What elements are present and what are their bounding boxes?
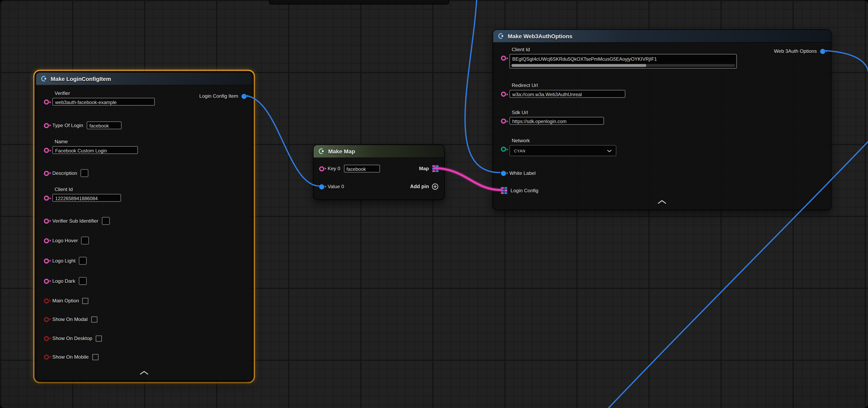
pin-client-id-input[interactable] [501, 56, 506, 61]
node-make-web3authoptions[interactable]: Make Web3AuthOptions Web 3Auth Options C… [493, 29, 831, 210]
field-sdk-url: Sdk Url https://sdk.openlogin.com [501, 109, 604, 125]
pin-client-id-input[interactable] [44, 196, 49, 201]
field-show-on-mobile: Show On Mobile [44, 352, 98, 361]
make-map-icon [318, 148, 325, 155]
logo-dark-text-input[interactable] [79, 277, 87, 285]
field-show-on-desktop: Show On Desktop [44, 334, 102, 343]
pin-white-label-input[interactable] [501, 171, 506, 176]
pin-key0-input[interactable] [319, 166, 324, 171]
pin-login-config-item-output[interactable] [242, 94, 247, 99]
pin-logo-hover-input[interactable] [44, 238, 49, 243]
pin-verifier-sub-identifier-input[interactable] [44, 218, 49, 224]
horizontal-scrollbar[interactable] [511, 64, 735, 67]
wire-map-to-loginconfig-glow [435, 168, 501, 190]
pin-network-input[interactable] [501, 147, 506, 152]
verifier-text-input[interactable]: web3auth-facebook-example [52, 98, 155, 106]
client-id-text-input[interactable]: 1222658941886084 [52, 194, 121, 202]
node-header-make-map[interactable]: Make Map [313, 145, 444, 158]
pin-show-on-mobile-input[interactable] [44, 354, 49, 360]
output-pin-label: Login Config Item [199, 93, 238, 99]
pin-show-on-modal-input[interactable] [44, 317, 49, 322]
description-text-input[interactable] [81, 169, 88, 177]
node-title: Make LoginConfigItem [51, 75, 111, 82]
output-login-config-item: Login Config Item [199, 92, 247, 101]
node-header-web3authoptions[interactable]: Make Web3AuthOptions [493, 30, 831, 43]
chevron-up-icon [657, 200, 666, 204]
pin-value0-input[interactable] [319, 184, 324, 189]
logo-light-text-input[interactable] [79, 257, 87, 265]
output-web3auth-options: Web 3Auth Options [774, 46, 825, 56]
main-option-checkbox[interactable] [83, 298, 89, 304]
node-title: Make Map [328, 148, 355, 155]
wire-map-to-loginconfig[interactable] [435, 168, 501, 190]
collapse-node-button[interactable] [657, 196, 666, 206]
map-row-key0: Key 0 facebook Map [313, 164, 444, 173]
field-login-config: Login Config [501, 186, 538, 195]
show-on-modal-checkbox[interactable] [91, 316, 97, 322]
make-struct-icon [498, 33, 504, 39]
network-dropdown[interactable]: CYAN [509, 145, 616, 156]
wire-loginconfigitem-to-value0[interactable] [244, 96, 319, 186]
collapse-node-button[interactable] [140, 367, 149, 377]
field-show-on-modal: Show On Modal [44, 315, 97, 324]
field-client-id: Client Id 1222658941886084 [44, 186, 121, 202]
pin-map-output[interactable] [432, 165, 439, 172]
scrollbar-thumb[interactable] [512, 64, 646, 67]
name-text-input[interactable]: Facebook Custom Login [52, 146, 138, 154]
node-title: Make Web3AuthOptions [508, 33, 572, 39]
pin-verifier-input[interactable] [44, 100, 49, 105]
field-verifier-sub-identifier: Verifier Sub Identifier [44, 216, 110, 225]
chevron-down-icon [607, 149, 612, 152]
pin-login-config-input[interactable] [501, 187, 507, 194]
node-header-loginconfigitem[interactable]: Make LoginConfigItem [36, 72, 252, 86]
client-id-text-input[interactable]: BEgIQSgt4cUWcj6SKRdu5QkOXTsePmMcusG5EAoy… [509, 54, 737, 69]
type-of-login-text-input[interactable]: facebook [87, 122, 121, 129]
map-row-value0: Value 0 Add pin [313, 182, 444, 191]
field-main-option: Main Option [44, 296, 89, 305]
offscreen-node-edge [269, 0, 449, 4]
pin-description-input[interactable] [44, 171, 49, 176]
field-type-of-login: Type Of Login facebook [44, 121, 122, 130]
add-pin-button[interactable]: Add pin [410, 183, 438, 190]
field-redirect-url: Redirect Url w3a://com.w3a.Web3AuthUnrea… [501, 82, 625, 98]
graph-canvas[interactable]: Make LoginConfigItem Login Config Item V… [0, 0, 868, 408]
field-logo-dark: Logo Dark [44, 276, 87, 285]
blueprint-editor: Make LoginConfigItem Login Config Item V… [0, 0, 868, 408]
pin-redirect-url-input[interactable] [501, 92, 506, 97]
pin-logo-dark-input[interactable] [44, 278, 49, 283]
node-make-loginconfigitem[interactable]: Make LoginConfigItem Login Config Item V… [33, 70, 255, 383]
pin-web3auth-options-output[interactable] [820, 48, 825, 54]
field-logo-light: Logo Light [44, 256, 87, 265]
make-struct-icon [40, 75, 47, 82]
add-pin-icon [432, 183, 438, 190]
redirect-url-text-input[interactable]: w3a://com.w3a.Web3AuthUnreal [509, 90, 625, 98]
pin-sdk-url-input[interactable] [501, 118, 506, 124]
field-logo-hover: Logo Hover [44, 236, 89, 245]
key0-text-input[interactable]: facebook [344, 165, 380, 173]
chevron-up-icon [140, 371, 149, 375]
field-white-label: White Label [501, 169, 536, 177]
pin-show-on-desktop-input[interactable] [44, 336, 49, 341]
pin-logo-light-input[interactable] [44, 258, 49, 263]
node-make-map[interactable]: Make Map Key 0 facebook Map [313, 144, 445, 200]
field-name: Name Facebook Custom Login [44, 139, 138, 154]
field-verifier: Verifier web3auth-facebook-example [44, 91, 155, 106]
field-description: Description [44, 169, 89, 177]
pin-type-of-login-input[interactable] [44, 123, 49, 128]
output-pin-label: Web 3Auth Options [774, 48, 817, 54]
logo-hover-text-input[interactable] [81, 237, 89, 244]
show-on-mobile-checkbox[interactable] [92, 354, 98, 360]
verifier-sub-identifier-text-input[interactable] [102, 217, 110, 225]
field-client-id: Client Id BEgIQSgt4cUWcj6SKRdu5QkOXTsePm… [501, 46, 737, 68]
pin-name-input[interactable] [44, 148, 49, 153]
field-network: Network CYAN [501, 138, 617, 156]
pin-main-option-input[interactable] [44, 298, 49, 303]
show-on-desktop-checkbox[interactable] [96, 335, 102, 341]
sdk-url-text-input[interactable]: https://sdk.openlogin.com [509, 117, 604, 125]
